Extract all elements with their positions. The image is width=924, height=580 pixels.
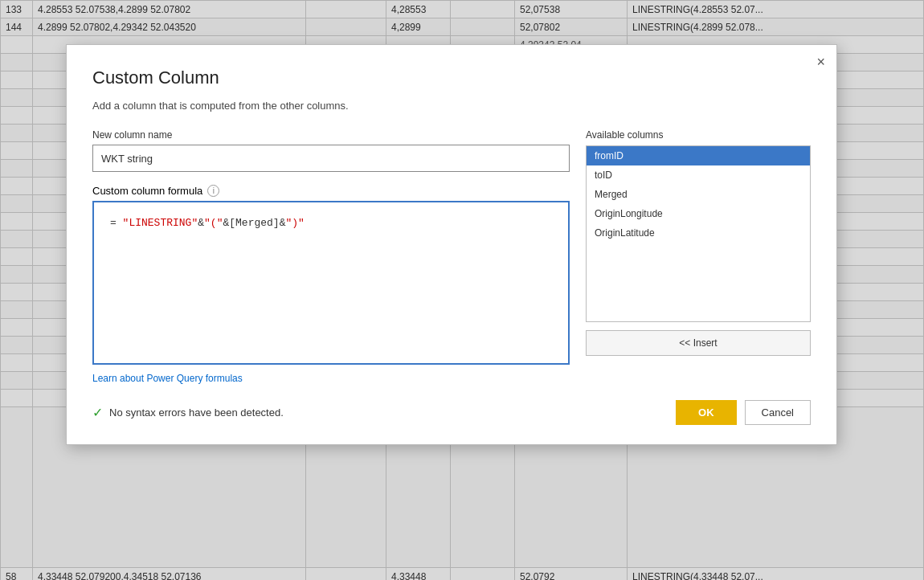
right-panel: Available columns fromID toID Merged Ori… [586,129,811,384]
button-group: OK Cancel [676,400,811,425]
formula-label: Custom column formula [92,185,202,197]
available-column-originlatitude[interactable]: OriginLatitude [587,223,810,243]
formula-eq: = [110,217,123,229]
available-columns-list: fromID toID Merged OriginLongitude Origi… [586,145,811,322]
syntax-status-text: No syntax errors have been detected. [109,406,284,419]
column-name-input[interactable] [92,145,570,172]
available-column-toid[interactable]: toID [587,165,810,185]
formula-ref: [Merged] [229,217,279,229]
available-column-merged[interactable]: Merged [587,185,810,204]
available-column-originlongitude[interactable]: OriginLongitude [587,204,810,223]
column-name-label: New column name [92,129,570,141]
cancel-button[interactable]: Cancel [745,400,811,425]
formula-area[interactable]: = "LINESTRING"&"("&[Merged]&")" [92,201,570,365]
syntax-status: ✓ No syntax errors have been detected. [92,405,284,420]
formula-op3: & [280,217,286,229]
formula-label-row: Custom column formula i [92,185,570,197]
dialog-title: Custom Column [92,67,811,88]
ok-button[interactable]: OK [676,400,737,425]
close-button[interactable]: × [816,55,825,69]
info-icon[interactable]: i [207,185,219,197]
learn-link[interactable]: Learn about Power Query formulas [92,373,243,384]
dialog-bottom: ✓ No syntax errors have been detected. O… [92,400,811,425]
formula-op1: & [198,217,204,229]
available-columns-label: Available columns [586,129,811,141]
check-icon: ✓ [92,405,103,420]
insert-button[interactable]: << Insert [586,330,811,356]
left-panel: New column name Custom column formula i … [92,129,570,384]
custom-column-dialog: × Custom Column Add a column that is com… [66,44,837,445]
formula-inner: = "LINESTRING"&"("&[Merged]&")" [94,202,568,363]
dialog-subtitle: Add a column that is computed from the o… [92,100,811,112]
formula-str1: "LINESTRING" [123,217,198,229]
formula-str2: "(" [204,217,223,229]
formula-str3: ")" [286,217,305,229]
available-column-fromid[interactable]: fromID [587,146,810,165]
formula-line: = "LINESTRING"&"("&[Merged]&")" [102,209,560,239]
dialog-body: New column name Custom column formula i … [92,129,811,384]
